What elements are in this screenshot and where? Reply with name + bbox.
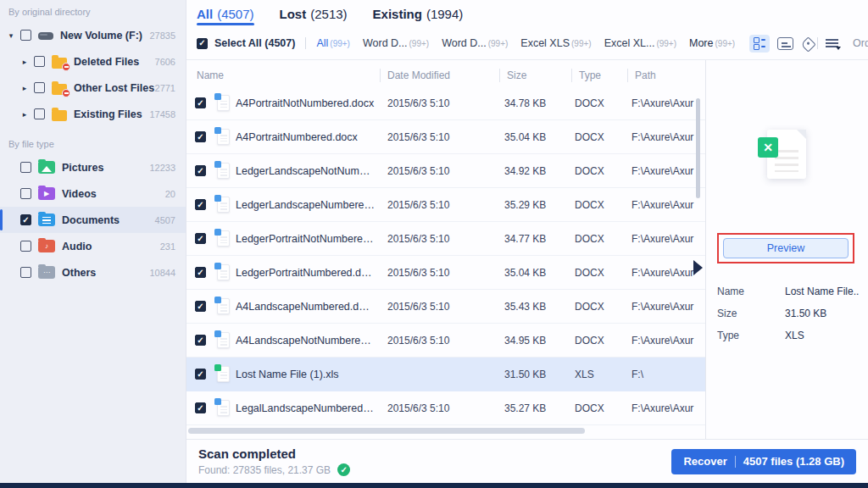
list-view-icon[interactable] [749, 35, 770, 53]
doc-lines-glyph [42, 217, 51, 224]
tab-label: All [197, 7, 213, 21]
sidebar-item-others[interactable]: ⋯ Others 10844 [0, 259, 186, 286]
content-row: Name Date Modified Size Type Path ✓ A4Po… [186, 59, 868, 439]
new-volume-checkbox[interactable] [20, 30, 31, 41]
sidebar-item-label: Deleted Files [74, 56, 139, 68]
section-by-original-directory: By original directory [0, 3, 186, 22]
row-checkbox[interactable]: ✓ [195, 369, 206, 380]
panel-collapse-icon[interactable] [693, 260, 703, 275]
table-row[interactable]: ✓ LedgerPortraitNumbered.docx 2015/6/3 5… [186, 256, 705, 290]
column-header-name[interactable]: Name [186, 69, 380, 82]
audio-checkbox[interactable] [20, 241, 31, 252]
deleted-files-checkbox[interactable] [34, 56, 45, 67]
table-row[interactable]: ✓ A4LandscapeNumbered.docx 2015/6/3 5:10… [186, 290, 705, 324]
check-icon: ✓ [197, 133, 203, 141]
horizontal-scrollbar[interactable] [188, 428, 585, 434]
item-count: 4507 [155, 215, 186, 225]
pictures-checkbox[interactable] [20, 162, 31, 173]
documents-checkbox[interactable]: ✓ [20, 214, 31, 225]
column-header-date[interactable]: Date Modified [380, 69, 499, 82]
divider [735, 456, 736, 468]
sidebar-item-pictures[interactable]: Pictures 12233 [0, 154, 186, 180]
row-checkbox[interactable]: ✓ [195, 97, 206, 108]
videos-checkbox[interactable] [20, 188, 31, 199]
row-checkbox[interactable]: ✓ [195, 301, 206, 312]
bottom-accent-bar [0, 483, 868, 488]
detail-row: Size 31.50 KB [717, 302, 861, 324]
tab-lost[interactable]: Lost (2513) [280, 0, 348, 27]
other-lost-files-checkbox[interactable] [34, 82, 45, 93]
sort-order-icon[interactable] [826, 38, 838, 48]
filter-bar: ✓ Select All (4507) All(99+) Word D...(9… [186, 27, 868, 59]
row-checkbox[interactable]: ✓ [195, 165, 206, 176]
row-checkbox[interactable]: ✓ [195, 335, 206, 346]
recover-button[interactable]: Recover 4507 files (1.28 GB) [671, 449, 856, 474]
row-checkbox[interactable]: ✓ [195, 131, 206, 142]
caret-right-icon[interactable]: ▸ [20, 58, 29, 66]
divider [305, 37, 306, 49]
tab-existing[interactable]: Existing (1994) [373, 0, 464, 27]
table-row[interactable]: ✓ LedgerLandscapeNotNumbered... 2015/6/3… [186, 154, 705, 188]
view-controls: Order [749, 35, 868, 53]
row-checkbox[interactable]: ✓ [195, 233, 206, 244]
sidebar-item-label: Other Lost Files [74, 82, 154, 94]
sidebar-item-label: Others [62, 267, 96, 279]
select-all-control[interactable]: ✓ Select All (4507) [197, 37, 295, 49]
section-by-file-type: By file type [0, 136, 186, 154]
tab-bar: All (4507) Lost (2513) Existing (1994) [186, 0, 868, 27]
ellipsis-glyph: ⋯ [43, 269, 50, 276]
filter-chip-word-docx[interactable]: Word D...(99+) [442, 37, 508, 49]
filter-chip-excel-xls[interactable]: Excel XLS(99+) [520, 37, 591, 49]
filter-chip-excel-xlsx[interactable]: Excel XL...(99+) [604, 37, 676, 49]
filter-chip-more[interactable]: More(99+) [689, 37, 735, 49]
sidebar-item-audio[interactable]: ♪ Audio 231 [0, 233, 186, 259]
row-checkbox[interactable]: ✓ [195, 402, 206, 413]
caret-right-icon[interactable]: ▸ [20, 84, 29, 92]
table-row[interactable]: ✓ A4PortraitNotNumbered.docx 2015/6/3 5:… [186, 86, 705, 120]
app-window: By original directory ▾ New Volume (F:) … [0, 0, 868, 488]
item-count: 7606 [155, 57, 186, 67]
column-header-path[interactable]: Path [627, 69, 705, 82]
sidebar-item-deleted-files[interactable]: ▸ Deleted Files 7606 [0, 48, 186, 75]
vertical-scrollbar[interactable] [696, 98, 700, 198]
filter-chip-all[interactable]: All(99+) [316, 37, 350, 49]
caret-right-icon[interactable]: ▸ [20, 110, 29, 119]
table-row[interactable]: ✓ LedgerPortraitNotNumbered.docx 2015/6/… [186, 222, 705, 256]
file-table: Name Date Modified Size Type Path ✓ A4Po… [186, 60, 705, 439]
table-row[interactable]: ✓ LegalLandscapeNumbered.docx 2015/6/3 5… [186, 391, 705, 425]
existing-files-checkbox[interactable] [34, 108, 45, 119]
sidebar-item-existing-files[interactable]: ▸ Existing Files 17458 [0, 101, 186, 127]
table-row[interactable]: ✓ A4LandscapeNotNumbered.docx 2015/6/3 5… [186, 324, 705, 358]
caret-down-icon[interactable]: ▾ [7, 31, 15, 40]
table-row-selected[interactable]: ✓ Lost Name File (1).xls 31.50 KB XLS F:… [186, 358, 705, 391]
column-header-size[interactable]: Size [499, 69, 571, 82]
play-glyph: ▶ [44, 191, 49, 197]
sidebar-item-documents[interactable]: ✓ Documents 4507 [0, 207, 186, 233]
preview-button[interactable]: Preview [723, 238, 849, 258]
order-button[interactable]: Order [853, 37, 868, 49]
table-row[interactable]: ✓ A4PortraitNumbered.docx 2015/6/3 5:10 … [186, 120, 705, 154]
item-count: 10844 [149, 268, 186, 278]
sidebar-item-label: Videos [62, 188, 97, 200]
row-checkbox[interactable]: ✓ [195, 267, 206, 278]
sidebar-item-other-lost-files[interactable]: ▸ Other Lost Files 2771 [0, 75, 186, 101]
folder-deleted-icon [52, 58, 67, 69]
scan-status-title: Scan completed [198, 446, 350, 462]
docx-file-icon [217, 197, 230, 213]
tag-icon[interactable] [800, 36, 815, 52]
detail-row: Type XLS [717, 324, 861, 347]
tab-all[interactable]: All (4507) [197, 0, 254, 27]
sidebar-item-new-volume[interactable]: ▾ New Volume (F:) 27835 [0, 22, 186, 48]
sidebar-item-videos[interactable]: ▶ Videos 20 [0, 180, 186, 207]
success-check-icon: ✓ [337, 463, 350, 476]
page-lines [775, 150, 798, 172]
lost-badge-icon [62, 89, 70, 97]
detail-view-icon[interactable] [777, 37, 793, 50]
others-checkbox[interactable] [20, 267, 31, 278]
filter-chip-word-doc[interactable]: Word D...(99+) [363, 37, 429, 49]
table-row[interactable]: ✓ LedgerLandscapeNumbered.docx 2015/6/3 … [186, 188, 705, 222]
row-checkbox[interactable]: ✓ [195, 199, 206, 210]
check-icon: ✓ [197, 302, 203, 311]
column-header-type[interactable]: Type [571, 69, 627, 82]
select-all-checkbox[interactable]: ✓ [197, 38, 208, 49]
